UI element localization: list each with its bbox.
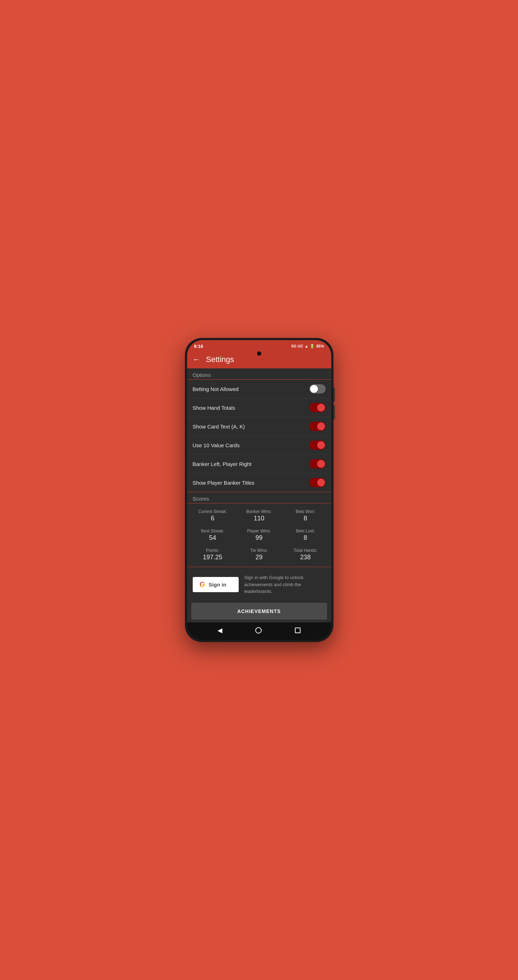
toggle-knob — [317, 423, 325, 430]
score-cell-value: 29 — [237, 554, 281, 561]
score-cell-label: Points: — [191, 548, 234, 553]
settings-content: Options Betting Not AllowedShow Hand Tot… — [187, 368, 331, 622]
score-cell-value: 6 — [191, 515, 234, 522]
score-cell-value: 54 — [191, 534, 234, 542]
scores-divider-bottom — [187, 567, 331, 567]
status-time: 9:16 — [194, 344, 203, 349]
score-cell-label: Player Wins: — [237, 528, 281, 533]
google-signin-button[interactable]: G Sign in — [193, 577, 239, 592]
signin-description: Sign in with Google to unlock achievemen… — [244, 574, 326, 595]
toggle-switch[interactable] — [309, 384, 326, 393]
setting-row: Use 10 Value Cards — [187, 436, 331, 455]
volume-up-button[interactable] — [333, 388, 335, 402]
score-cell: Current Streak:6 — [190, 506, 236, 525]
setting-label: Show Player Banker Titles — [193, 480, 255, 486]
setting-row: Banker Left, Player Right — [187, 455, 331, 473]
toggle-switch[interactable] — [309, 403, 326, 412]
setting-label: Betting Not Allowed — [193, 386, 239, 392]
nav-recents-button[interactable] — [295, 627, 301, 633]
scores-grid: Current Streak:6Banker Wins:110Bets Won:… — [187, 503, 331, 567]
page-title: Settings — [206, 355, 234, 364]
status-bar: 9:16 5G UC ▲ 🔋 85% — [187, 340, 331, 352]
score-cell-value: 8 — [284, 534, 327, 542]
nav-bar: ◀ — [187, 622, 331, 640]
score-cell: Tie Wins:29 — [236, 545, 282, 564]
toggle-knob — [317, 479, 325, 487]
setting-row: Show Player Banker Titles — [187, 473, 331, 492]
signin-row: G Sign in Sign in with Google to unlock … — [187, 568, 331, 601]
options-section-label: Options — [187, 368, 331, 379]
setting-row: Betting Not Allowed — [187, 380, 331, 398]
options-list: Betting Not AllowedShow Hand TotalsShow … — [187, 380, 331, 492]
toggle-switch[interactable] — [309, 441, 326, 450]
score-cell-label: Bets Won: — [284, 509, 327, 514]
score-cell-value: 8 — [284, 515, 327, 522]
volume-down-button[interactable] — [333, 405, 335, 419]
setting-label: Show Card Text (A, K) — [193, 423, 245, 430]
nav-home-button[interactable] — [255, 627, 261, 633]
nav-back-button[interactable]: ◀ — [217, 627, 222, 634]
score-cell-label: Current Streak: — [191, 509, 234, 514]
setting-label: Use 10 Value Cards — [193, 442, 240, 448]
scores-section-label: Scores — [187, 492, 331, 503]
score-cell: Player Wins:99 — [236, 526, 282, 544]
signal-icon: ▲ — [305, 344, 309, 348]
score-cell: Best Streak:54 — [190, 526, 236, 544]
back-button[interactable]: ← — [193, 355, 201, 364]
score-cell-label: Banker Wins: — [237, 509, 281, 514]
score-cell: Bets Won:8 — [282, 506, 328, 525]
score-cell-value: 197.25 — [191, 554, 234, 561]
toggle-knob — [317, 460, 325, 468]
battery-label: 85% — [316, 344, 324, 348]
score-cell-label: Best Streak: — [191, 528, 234, 533]
toggle-knob — [317, 404, 325, 412]
phone-screen: 9:16 5G UC ▲ 🔋 85% ← Settings Options Be… — [187, 340, 331, 640]
score-cell-value: 238 — [284, 554, 327, 561]
status-icons: 5G UC ▲ 🔋 85% — [292, 344, 324, 348]
camera-notch — [257, 352, 261, 356]
score-cell-label: Bets Lost: — [284, 528, 327, 533]
score-cell-label: Tie Wins: — [237, 548, 281, 553]
score-cell-value: 99 — [237, 534, 281, 542]
score-cell: Total Hands:238 — [282, 545, 328, 564]
battery-icon: 🔋 — [310, 344, 315, 348]
toggle-switch[interactable] — [309, 478, 326, 487]
setting-row: Show Hand Totals — [187, 398, 331, 417]
toggle-switch[interactable] — [309, 422, 326, 431]
action-button-achievements[interactable]: ACHIEVEMENTS — [191, 603, 327, 620]
toggle-knob — [310, 385, 318, 393]
google-g-icon: G — [200, 581, 206, 589]
toggle-knob — [317, 441, 325, 449]
action-buttons-list: ACHIEVEMENTSLEADERBOARDSRARE CARDSPRACTI… — [187, 603, 331, 622]
score-cell-label: Total Hands: — [284, 548, 327, 553]
network-label: 5G UC — [292, 344, 303, 348]
score-cell: Bets Lost:8 — [282, 526, 328, 544]
score-cell-value: 110 — [237, 515, 281, 522]
signin-button-label: Sign in — [209, 582, 226, 587]
setting-label: Banker Left, Player Right — [193, 461, 252, 467]
phone-frame: 9:16 5G UC ▲ 🔋 85% ← Settings Options Be… — [185, 338, 333, 642]
score-cell: Points:197.25 — [190, 545, 236, 564]
setting-label: Show Hand Totals — [193, 405, 236, 411]
setting-row: Show Card Text (A, K) — [187, 417, 331, 436]
toggle-switch[interactable] — [309, 459, 326, 468]
score-cell: Banker Wins:110 — [236, 506, 282, 525]
